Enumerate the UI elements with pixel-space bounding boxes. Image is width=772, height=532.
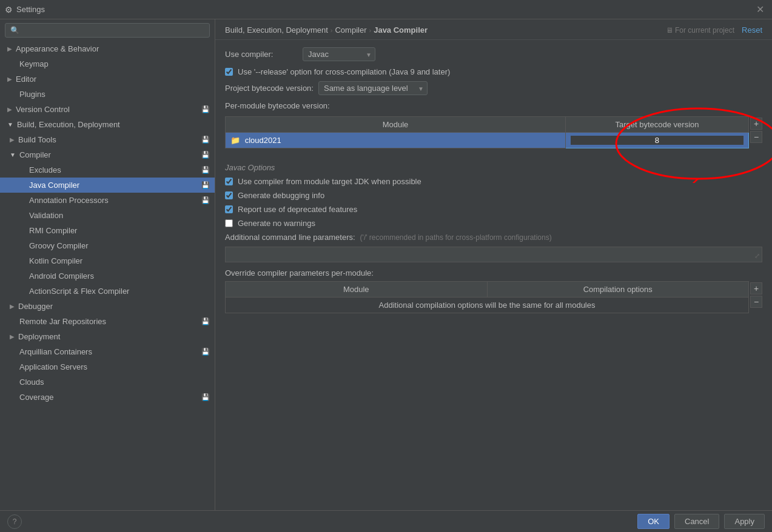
sidebar-item-build-tools[interactable]: ▶Build Tools💾 [0,132,215,147]
per-module-label: Per-module bytecode version: [225,101,330,110]
sidebar-item-excludes[interactable]: Excludes💾 [0,162,215,178]
bytecode-label: Project bytecode version: [225,84,314,93]
target-version-input[interactable] [571,136,743,145]
sidebar-item-remote-jar[interactable]: Remote Jar Repositories💾 [0,314,215,329]
add-override-button[interactable]: + [750,282,762,294]
compiler-select[interactable]: Javac Eclipse Ajc [303,47,375,61]
add-module-button[interactable]: + [750,118,762,130]
sidebar-item-validation[interactable]: Validation [0,208,215,223]
ok-button[interactable]: OK [637,514,670,529]
sidebar-item-arquillian[interactable]: Arquillian Containers💾 [0,344,215,359]
sidebar-item-app-servers[interactable]: Application Servers [0,359,215,374]
sidebar-item-label: Editor [16,75,210,84]
module-table-container: Module Target bytecode version 📁 cloud20… [225,116,762,151]
no-warnings-checkbox[interactable] [225,219,233,227]
breadcrumb-sep-2: › [369,27,372,34]
remove-override-button[interactable]: − [750,296,762,308]
content-panel: Build, Execution, Deployment › Compiler … [215,19,772,510]
javac-cb-row-3: Report use of deprecated features [225,205,762,214]
sidebar-item-label: Remote Jar Repositories [19,317,199,326]
per-module-row: Per-module bytecode version: [225,101,762,110]
module-cell: 📁 cloud2021 [226,133,566,148]
sidebar-item-keymap[interactable]: Keymap [0,56,215,71]
sidebar-item-appearance[interactable]: ▶Appearance & Behavior [0,41,215,56]
cmdline-input[interactable] [225,247,762,262]
release-checkbox[interactable] [225,68,233,76]
bytecode-select[interactable]: Same as language level 8 11 17 [318,81,428,95]
breadcrumb-sep-1: › [331,27,333,34]
sidebar-item-label: Appearance & Behavior [16,44,210,53]
save-icon: 💾 [201,393,210,401]
cancel-button[interactable]: Cancel [674,514,719,529]
titlebar-title: Settings [16,5,749,14]
deprecated-checkbox[interactable] [225,205,233,213]
sidebar-item-actionscript-flex[interactable]: ActionScript & Flex Compiler [0,284,215,299]
help-button[interactable]: ? [7,514,22,529]
debug-info-checkbox[interactable] [225,191,233,199]
sidebar-item-label: Clouds [19,377,210,387]
sidebar-item-label: Version Control [16,105,199,114]
sidebar-item-label: Java Compiler [29,181,199,190]
arrow-icon: ▶ [7,45,12,52]
override-table-container: Module Compilation options Additional co… [225,281,762,316]
sidebar-item-deployment[interactable]: ▶Deployment [0,329,215,344]
override-table: Module Compilation options Additional co… [225,281,749,313]
arrow-icon: ▶ [7,76,12,82]
sidebar-items-container: ▶Appearance & BehaviorKeymap▶EditorPlugi… [0,41,215,405]
save-icon: 💾 [201,181,210,189]
save-icon: 💾 [201,318,210,325]
close-button[interactable]: ✕ [753,2,767,17]
bottom-bar: ? OK Cancel Apply [0,510,772,532]
sidebar-item-compiler[interactable]: ▼Compiler💾 [0,147,215,162]
sidebar-item-label: Compiler [19,150,199,159]
breadcrumb-current: Java Compiler [374,25,428,35]
sidebar-item-label: Groovy Compiler [29,241,210,250]
expand-icon: ⤢ [754,252,760,260]
sidebar-item-rmi-compiler[interactable]: RMI Compiler [0,223,215,238]
sidebar-item-annotation-processors[interactable]: Annotation Processors💾 [0,193,215,208]
arrow-icon: ▼ [10,151,16,158]
sidebar-item-label: Kotlin Compiler [29,256,210,265]
save-icon: 💾 [201,105,210,113]
save-icon: 💾 [201,136,210,144]
sidebar-item-android-compilers[interactable]: Android Compilers [0,268,215,284]
search-input[interactable] [5,23,210,38]
sidebar-item-label: RMI Compiler [29,226,210,235]
sidebar-item-debugger[interactable]: ▶Debugger [0,299,215,314]
compiler-row: Use compiler: Javac Eclipse Ajc ▼ [225,47,762,61]
module-table-toolbar: + − [750,116,762,145]
breadcrumb-part-1: Build, Execution, Deployment [225,25,328,35]
apply-button[interactable]: Apply [724,514,765,529]
reset-button[interactable]: Reset [742,25,762,35]
sidebar-item-groovy-compiler[interactable]: Groovy Compiler [0,238,215,253]
sidebar-item-java-compiler[interactable]: Java Compiler💾 [0,178,215,193]
sidebar-item-label: Application Servers [19,362,210,371]
sidebar-item-clouds[interactable]: Clouds [0,374,215,390]
sidebar-item-label: Excludes [29,165,199,175]
sidebar-item-plugins[interactable]: Plugins [0,87,215,102]
app-icon: ⚙ [5,5,13,15]
sidebar-item-coverage[interactable]: Coverage💾 [0,390,215,405]
target-version-cell[interactable] [565,133,748,148]
module-icon: 📁 [230,136,240,145]
arrow-icon: ▼ [7,121,13,128]
javac-options-label: Javac Options [225,163,762,172]
sidebar-item-editor[interactable]: ▶Editor [0,71,215,87]
sidebar-item-label: Validation [29,211,210,220]
cmdline-input-wrapper: ⤢ [225,247,762,262]
sidebar-item-label: Annotation Processors [29,196,199,205]
sidebar-item-label: Arquillian Containers [19,347,199,356]
sidebar-item-version-control[interactable]: ▶Version Control💾 [0,102,215,117]
bytecode-select-wrapper: Same as language level 8 11 17 ▼ [318,81,428,95]
javac-cb-row-2: Generate debugging info [225,191,762,200]
table-row[interactable]: 📁 cloud2021 [226,133,749,148]
sidebar-item-label: ActionScript & Flex Compiler [29,287,210,296]
sidebar-item-label: Deployment [18,332,210,341]
col-module: Module [226,117,566,133]
sidebar-item-build-execution[interactable]: ▼Build, Execution, Deployment [0,117,215,132]
override-empty-row: Additional compilation options will be t… [226,298,749,313]
sidebar-item-kotlin-compiler[interactable]: Kotlin Compiler [0,253,215,268]
use-module-jdk-checkbox[interactable] [225,178,233,185]
no-warnings-label: Generate no warnings [238,219,315,228]
remove-module-button[interactable]: − [750,131,762,143]
